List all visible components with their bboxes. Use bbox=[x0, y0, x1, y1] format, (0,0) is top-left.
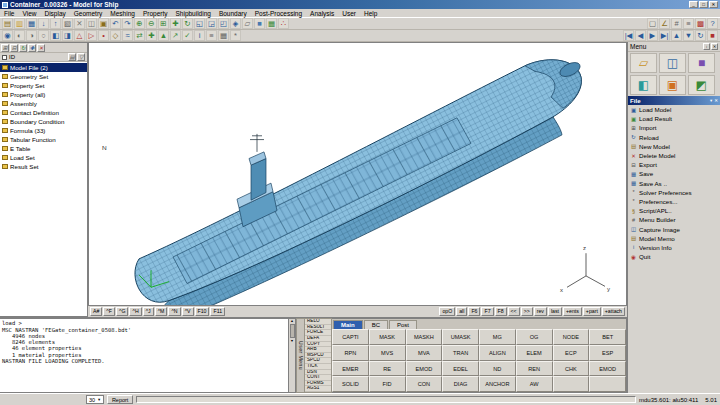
viewport-shortcut-button[interactable]: ^H bbox=[129, 307, 141, 316]
command-button[interactable] bbox=[589, 376, 626, 392]
front-view-icon[interactable]: ◱ bbox=[194, 18, 205, 29]
delete-model-item[interactable]: ✕ Delete Model bbox=[628, 151, 720, 160]
viewport-option-button[interactable]: last bbox=[548, 307, 562, 316]
iso-view-icon[interactable]: ◈ bbox=[230, 18, 241, 29]
reload-item[interactable]: ↻ Reload bbox=[628, 133, 720, 142]
tree-item[interactable]: Result Set bbox=[0, 162, 87, 171]
report-button[interactable]: Report bbox=[107, 395, 134, 404]
command-button[interactable]: EDEL bbox=[442, 361, 479, 377]
grid-icon[interactable]: # bbox=[671, 18, 682, 29]
status-combo[interactable]: 30 ▼ bbox=[86, 395, 104, 404]
tree-item[interactable]: Geometry Set bbox=[0, 72, 87, 81]
viewport-option-button[interactable]: all bbox=[456, 307, 467, 316]
viewport-shortcut-button[interactable]: F10 bbox=[195, 307, 210, 316]
menu-item[interactable]: View bbox=[18, 10, 40, 17]
command-button[interactable]: EMOD bbox=[406, 361, 443, 377]
command-button[interactable] bbox=[553, 376, 590, 392]
page-down-icon[interactable]: ▼ bbox=[683, 30, 694, 41]
user-menu-tab[interactable]: User Menu bbox=[296, 318, 305, 393]
tree-item[interactable]: E Table bbox=[0, 144, 87, 153]
palette-icon[interactable]: ▩ bbox=[695, 18, 706, 29]
viewport-option-button[interactable]: F7 bbox=[481, 307, 493, 316]
undo-icon[interactable]: ↶ bbox=[110, 18, 121, 29]
tree-item[interactable]: Assembly bbox=[0, 99, 87, 108]
save-item[interactable]: ▦ Save bbox=[628, 169, 720, 178]
load-result-item[interactable]: ▣ Load Result bbox=[628, 114, 720, 123]
viewport-select-button[interactable]: +ents bbox=[563, 307, 582, 316]
command-button[interactable]: ALIGN bbox=[479, 345, 516, 361]
solver-preferences-item[interactable]: * Solver Preferences bbox=[628, 188, 720, 197]
scroll-thumb[interactable] bbox=[290, 324, 295, 338]
tree-item[interactable]: Load Set bbox=[0, 153, 87, 162]
command-button[interactable]: MASK bbox=[369, 329, 406, 345]
check-model-icon[interactable]: ✓ bbox=[182, 30, 193, 41]
refresh-view-icon[interactable]: ↻ bbox=[695, 30, 706, 41]
wireframe-icon[interactable]: ▱ bbox=[242, 18, 253, 29]
viewport-option-button[interactable]: F6 bbox=[468, 307, 480, 316]
tree-item[interactable]: Property Set bbox=[0, 81, 87, 90]
viewport-option-button[interactable]: rev bbox=[534, 307, 547, 316]
menu-item[interactable]: Display bbox=[40, 10, 69, 17]
viewport-shortcut-button[interactable]: A# bbox=[90, 307, 102, 316]
table-icon[interactable]: ▦ bbox=[218, 30, 229, 41]
rotate-view-icon[interactable]: ↻ bbox=[182, 18, 193, 29]
save-as-item[interactable]: ▦ Save As .. bbox=[628, 179, 720, 188]
menu-item[interactable]: File bbox=[0, 10, 18, 17]
menu-item[interactable]: Meshing bbox=[106, 10, 139, 17]
menu-item[interactable]: Geometry bbox=[70, 10, 107, 17]
page-up-icon[interactable]: ▲ bbox=[671, 30, 682, 41]
command-button[interactable]: MG bbox=[479, 329, 516, 345]
box-model-icon[interactable]: ▣ bbox=[659, 75, 686, 95]
command-button[interactable]: UMASK bbox=[442, 329, 479, 345]
command-tab[interactable]: BC bbox=[364, 320, 388, 329]
model-memo-item[interactable]: ▤ Model Memo bbox=[628, 234, 720, 243]
zoom-fit-icon[interactable]: ⊞ bbox=[158, 18, 169, 29]
close-button[interactable]: ✕ bbox=[709, 1, 718, 8]
zoom-in-icon[interactable]: ⊕ bbox=[134, 18, 145, 29]
play-icon[interactable]: ▶ bbox=[647, 30, 658, 41]
menu-item[interactable]: User bbox=[338, 10, 360, 17]
show-all-icon[interactable]: ◉ bbox=[2, 30, 13, 41]
command-button[interactable]: ECP bbox=[553, 345, 590, 361]
command-button[interactable]: ESP bbox=[589, 345, 626, 361]
redo-icon[interactable]: ↷ bbox=[122, 18, 133, 29]
menu-item[interactable]: Property bbox=[139, 10, 172, 17]
export-icon[interactable]: ↑ bbox=[50, 18, 61, 29]
zoom-out-icon[interactable]: ⊖ bbox=[146, 18, 157, 29]
capture-image-item[interactable]: ◫ Capture Image bbox=[628, 224, 720, 233]
clip-plane-icon[interactable]: ◧ bbox=[50, 30, 61, 41]
scale-icon[interactable]: ↗ bbox=[170, 30, 181, 41]
command-button[interactable]: MASKH bbox=[406, 329, 443, 345]
command-button[interactable]: CAPTI bbox=[332, 329, 369, 345]
menu-item[interactable]: Analysis bbox=[306, 10, 338, 17]
menu-item[interactable]: Post-Processing bbox=[251, 10, 306, 17]
id-checkbox[interactable] bbox=[2, 55, 7, 60]
quit-item[interactable]: ◉ Quit bbox=[628, 252, 720, 261]
list-icon[interactable]: ≡ bbox=[206, 30, 217, 41]
command-button[interactable]: AW bbox=[516, 376, 553, 392]
import-item[interactable]: ⊞ Import bbox=[628, 123, 720, 132]
tree-item[interactable]: Property (all) bbox=[0, 90, 87, 99]
unmask-icon[interactable]: ◑ bbox=[26, 30, 37, 41]
info-icon[interactable]: i bbox=[194, 30, 205, 41]
viewport-select-button[interactable]: +attach bbox=[602, 307, 625, 316]
group-icon[interactable]: ◇ bbox=[110, 30, 121, 41]
file-header-button[interactable]: ▾ bbox=[710, 98, 712, 103]
move-icon[interactable]: ✚ bbox=[146, 30, 157, 41]
command-button[interactable]: ND bbox=[479, 361, 516, 377]
command-button[interactable]: RPN bbox=[332, 345, 369, 361]
panel-header-button[interactable]: ✕ bbox=[711, 43, 718, 50]
command-button[interactable]: FID bbox=[369, 376, 406, 392]
pan-icon[interactable]: ✚ bbox=[170, 18, 181, 29]
scroll-up-icon[interactable]: ▲ bbox=[290, 319, 293, 323]
tree-item[interactable]: Tabular Function bbox=[0, 135, 87, 144]
open-model-icon[interactable]: ▥ bbox=[14, 18, 25, 29]
wireframe-cube-icon[interactable]: ◫ bbox=[659, 53, 686, 73]
menu-builder-item[interactable]: # Menu Builder bbox=[628, 215, 720, 224]
hide-icon[interactable]: ○ bbox=[38, 30, 49, 41]
quad-element-icon[interactable]: ▷ bbox=[86, 30, 97, 41]
minimize-button[interactable]: _ bbox=[689, 1, 698, 8]
node-icon[interactable]: • bbox=[98, 30, 109, 41]
import-icon[interactable]: ↓ bbox=[38, 18, 49, 29]
menu-item[interactable]: Help bbox=[360, 10, 381, 17]
